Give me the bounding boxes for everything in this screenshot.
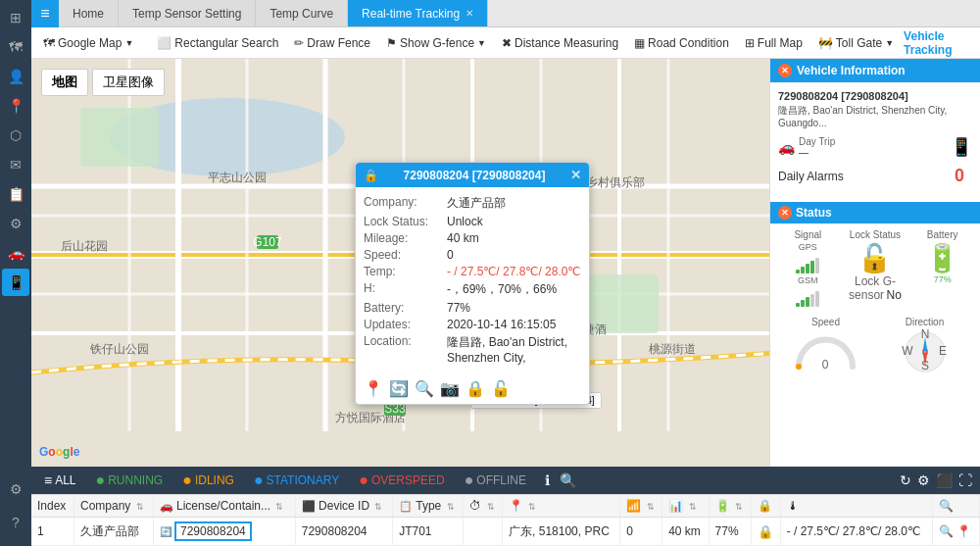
svg-text:0: 0 — [822, 358, 829, 372]
offline-dot: ● — [465, 472, 474, 489]
map-type-satellite[interactable]: 卫星图像 — [92, 69, 165, 96]
vehicle-location-text: 隆昌路, Bao'an District, Shenzhen City, Gua… — [778, 104, 972, 128]
cell-temp: - / 27.5℃/ 27.8℃/ 28.0℃ — [780, 518, 932, 546]
cell-company: 久通产品部 — [74, 518, 153, 546]
sidebar-icon-help[interactable]: ? — [2, 509, 29, 536]
filter-running[interactable]: ● RUNNING — [91, 470, 169, 491]
gsm-signal-bars — [776, 287, 840, 307]
battery-status: Battery 🔋 77% — [910, 229, 974, 307]
sidebar-icon-settings-bottom[interactable]: ⚙ — [2, 475, 29, 503]
popup-company-row: Company: 久通产品部 — [364, 195, 581, 212]
rectangular-search-button[interactable]: ⬜ Rectangular Search — [151, 34, 284, 52]
action-icon-2[interactable]: 📍 — [956, 524, 971, 538]
cell-lock: 🔒 — [751, 518, 780, 546]
overspeed-dot: ● — [359, 472, 368, 489]
trip-icon-right: 📱 — [951, 136, 972, 158]
popup-unlock-icon[interactable]: 🔓 — [491, 379, 511, 398]
popup-lock-icon[interactable]: 🔒 — [466, 379, 485, 398]
table-header-row: Index Company ⇅ 🚗 License/Contain... ⇅ ⬛… — [31, 495, 980, 518]
svg-text:桃源街道: 桃源街道 — [649, 342, 696, 356]
vehicles-table: Index Company ⇅ 🚗 License/Contain... ⇅ ⬛… — [31, 495, 980, 546]
tab-temp-curve[interactable]: Temp Curve — [256, 0, 348, 26]
col-license: 🚗 License/Contain... ⇅ — [153, 495, 295, 518]
popup-camera-icon[interactable]: 📷 — [440, 379, 460, 398]
road-condition-button[interactable]: ▦ Road Condition — [628, 34, 735, 52]
cell-mileage: 40 km — [662, 518, 709, 546]
action-icon-1[interactable]: 🔍 — [939, 524, 954, 538]
refresh-table-icon[interactable]: ↻ — [900, 472, 911, 488]
filter-overspeed[interactable]: ● OVERSPEED — [354, 470, 449, 491]
filter-all[interactable]: ≡ ALL — [39, 471, 81, 490]
cell-action: 🔍 📍 — [932, 518, 979, 546]
sidebar-icon-report[interactable]: 📋 — [2, 180, 29, 208]
map-type-map[interactable]: 地图 — [41, 69, 88, 96]
cell-duration — [464, 518, 503, 546]
popup-header: 🔒 7290808204 [7290808204] ✕ — [356, 163, 589, 187]
license-value[interactable]: 7290808204 — [174, 521, 252, 541]
gfence-icon: ⚑ — [386, 36, 397, 50]
tab-close-icon[interactable]: ✕ — [466, 8, 473, 19]
sidebar-icon-home[interactable]: ⊞ — [2, 4, 29, 31]
distance-measuring-button[interactable]: ✖ Distance Measuring — [496, 34, 624, 52]
vehicle-id-text: 7290808204 [7290808204] — [778, 90, 972, 102]
direction-gauge: Direction N S W E — [875, 317, 974, 379]
car-trip-icon: 🚗 — [778, 139, 795, 155]
svg-text:后山花园: 后山花园 — [61, 239, 108, 253]
info-circle-icon[interactable]: ℹ — [545, 472, 550, 488]
popup-location-icon[interactable]: 📍 — [364, 379, 383, 398]
col-company: Company ⇅ — [74, 495, 153, 518]
cell-device-id: 7290808204 — [295, 518, 392, 546]
table-row: 1 久通产品部 🔄 7290808204 7290808204 JT701 广东… — [31, 518, 980, 546]
vehicle-info-body: 7290808204 [7290808204] 隆昌路, Bao'an Dist… — [770, 82, 980, 202]
vehicle-stats: 🚗 Day Trip — 📱 — [778, 136, 972, 158]
sidebar-icon-device[interactable]: 📱 — [2, 269, 29, 296]
full-map-button[interactable]: ⊞ Full Map — [739, 34, 808, 52]
search-filter-icon[interactable]: 🔍 — [560, 472, 576, 488]
tab-home[interactable]: Home — [59, 0, 119, 26]
sidebar-icon-settings[interactable]: ⚙ — [2, 210, 29, 237]
all-filter-icon: ≡ — [44, 472, 52, 488]
popup-info-icon[interactable]: 🔍 — [415, 379, 434, 398]
sidebar-icon-car[interactable]: 🚗 — [2, 239, 29, 267]
col-battery: 🔋 ⇅ — [709, 495, 751, 518]
filter-idling[interactable]: ● IDLING — [177, 470, 239, 491]
running-dot: ● — [96, 472, 106, 489]
map-container[interactable]: 后山花园 平志山公园 铁仔山公园 野生动物园 高尔夫乡村俱乐部 5301两坪快捷… — [31, 59, 769, 467]
vehicle-info-header: ✕ Vehicle Information — [770, 59, 980, 82]
fullscreen-table-icon[interactable]: ⛶ — [958, 472, 972, 488]
speedometer-svg: 0 — [794, 327, 858, 372]
draw-fence-button[interactable]: ✏ Draw Fence — [288, 34, 376, 52]
sidebar-icon-fence[interactable]: ⬡ — [2, 122, 29, 149]
export-table-icon[interactable]: ⬛ — [936, 472, 953, 488]
draw-fence-icon: ✏ — [294, 36, 304, 50]
tab-temp-sensor[interactable]: Temp Sensor Setting — [119, 0, 256, 26]
settings-table-icon[interactable]: ⚙ — [917, 472, 930, 488]
lock-icon-large: 🔓 — [844, 242, 907, 274]
gps-signal-bars — [776, 254, 840, 273]
popup-history-icon[interactable]: 🔄 — [389, 379, 409, 398]
popup-h-row: H: -，69%，70%，66% — [364, 281, 581, 298]
sidebar-icon-person[interactable]: 👤 — [2, 63, 29, 90]
filter-offline[interactable]: ● OFFLINE — [460, 470, 531, 491]
vehicle-tracking-toggle[interactable]: Vehicle Tracking — [904, 29, 980, 57]
vehicle-popup: 🔒 7290808204 [7290808204] ✕ Company: 久通产… — [355, 162, 590, 405]
distance-icon: ✖ — [502, 36, 512, 50]
svg-rect-17 — [80, 108, 159, 167]
popup-close-button[interactable]: ✕ — [570, 168, 581, 182]
sidebar-icon-mail[interactable]: ✉ — [2, 151, 29, 178]
google-map-dropdown[interactable]: 🗺 Google Map ▼ — [37, 34, 139, 52]
col-mileage: 📊 ⇅ — [662, 495, 709, 518]
sidebar-icon-map[interactable]: 🗺 — [2, 33, 29, 61]
svg-text:平志山公园: 平志山公园 — [208, 171, 267, 184]
lock-status: Lock Status 🔓 Lock G-sensor No — [844, 229, 907, 307]
day-trip-stat: 🚗 Day Trip — 📱 — [778, 136, 972, 158]
col-device-id: ⬛ Device ID ⇅ — [295, 495, 392, 518]
cell-type: JT701 — [393, 518, 464, 546]
toll-gate-button[interactable]: 🚧 Toll Gate ▼ — [812, 34, 900, 52]
road-icon: ▦ — [634, 36, 645, 50]
filter-stationary[interactable]: ● STATIONARY — [249, 470, 344, 491]
sidebar-icon-location[interactable]: 📍 — [2, 92, 29, 120]
tab-realtime-tracking[interactable]: Real-time Tracking ✕ — [348, 0, 488, 26]
col-temp: 🌡 — [780, 495, 932, 518]
show-gfence-button[interactable]: ⚑ Show G-fence ▼ — [380, 34, 492, 52]
